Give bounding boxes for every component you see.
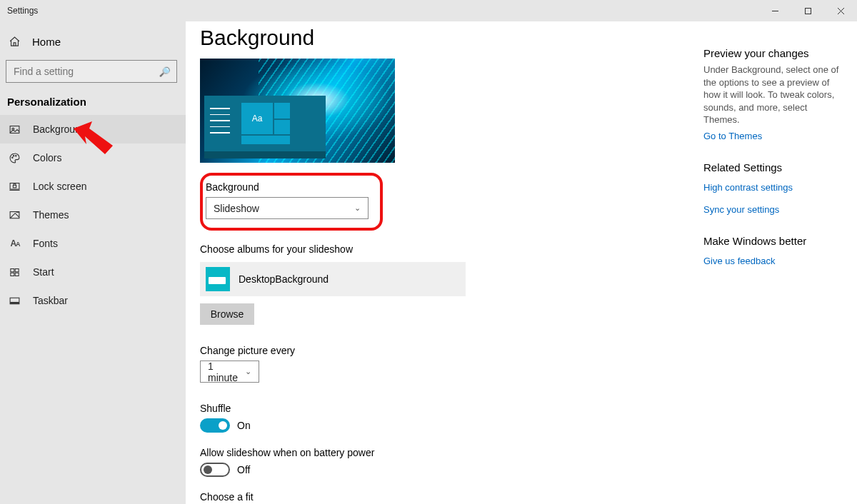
fonts-icon: AA	[9, 238, 21, 248]
search-field[interactable]	[12, 65, 159, 78]
sidebar-item-label: Start	[33, 266, 54, 278]
picture-icon	[9, 124, 21, 136]
themes-icon	[9, 209, 21, 221]
start-icon	[9, 266, 21, 278]
link-feedback[interactable]: Give us feedback	[703, 256, 775, 266]
sidebar-item-label: Taskbar	[33, 295, 68, 306]
svg-point-6	[12, 157, 13, 158]
sidebar-item-fonts[interactable]: AA Fonts	[0, 229, 186, 258]
album-thumbnail-icon	[206, 267, 230, 291]
background-dropdown-label: Background	[206, 181, 370, 193]
change-every-value: 1 minute	[208, 361, 245, 383]
palette-icon	[9, 152, 21, 164]
sidebar-section-title: Personalization	[0, 90, 186, 115]
close-icon	[837, 7, 845, 15]
shuffle-label: Shuffle	[200, 403, 703, 414]
titlebar: Settings	[0, 0, 857, 21]
link-high-contrast[interactable]: High contrast settings	[703, 182, 793, 193]
maximize-button[interactable]	[791, 0, 824, 21]
sidebar-item-taskbar[interactable]: Taskbar	[0, 286, 186, 315]
window-title: Settings	[0, 6, 38, 16]
sidebar: Home 🔍 Personalization Background C	[0, 21, 186, 504]
fit-label: Choose a fit	[200, 491, 703, 503]
sidebar-item-start[interactable]: Start	[0, 258, 186, 286]
svg-rect-14	[15, 268, 19, 271]
window-controls	[758, 0, 857, 21]
related-settings-title: Related Settings	[703, 161, 846, 173]
chevron-down-icon: ⌄	[245, 367, 251, 376]
svg-rect-16	[15, 273, 19, 276]
search-input[interactable]: 🔍	[6, 60, 177, 83]
album-name: DesktopBackground	[239, 273, 329, 285]
svg-rect-10	[13, 185, 16, 188]
link-sync-settings[interactable]: Sync your settings	[703, 204, 779, 215]
taskbar-icon	[9, 295, 21, 307]
sidebar-item-label: Fonts	[33, 238, 58, 249]
main-content: Background Aa Background Slideshow ⌄	[186, 21, 857, 504]
home-icon	[9, 36, 21, 48]
link-go-to-themes[interactable]: Go to Themes	[703, 131, 762, 141]
search-icon: 🔍	[159, 66, 171, 77]
battery-label: Allow slideshow when on battery power	[200, 447, 703, 458]
sidebar-item-label: Background	[33, 124, 86, 135]
sidebar-item-colors[interactable]: Colors	[0, 143, 186, 172]
chevron-down-icon: ⌄	[354, 203, 361, 213]
sidebar-item-label: Lock screen	[33, 181, 86, 192]
change-every-dropdown[interactable]: 1 minute ⌄	[200, 361, 259, 383]
svg-rect-15	[11, 273, 14, 276]
home-label: Home	[32, 36, 61, 48]
preview-help-title: Preview your changes	[703, 47, 846, 59]
sidebar-item-label: Themes	[33, 209, 69, 221]
albums-label: Choose albums for your slideshow	[200, 243, 703, 255]
sidebar-item-label: Colors	[33, 152, 61, 163]
sidebar-item-themes[interactable]: Themes	[0, 201, 186, 229]
shuffle-state: On	[237, 420, 251, 431]
svg-rect-18	[10, 301, 19, 303]
svg-rect-9	[10, 183, 19, 189]
background-dropdown-value: Slideshow	[214, 203, 259, 214]
annotation-highlight: Background Slideshow ⌄	[200, 173, 383, 231]
minimize-button[interactable]	[758, 0, 791, 21]
sidebar-item-background[interactable]: Background	[0, 115, 186, 143]
svg-rect-13	[11, 268, 14, 271]
preview-tile: Aa	[241, 103, 273, 134]
home-button[interactable]: Home	[0, 27, 186, 56]
album-item[interactable]: DesktopBackground	[200, 262, 466, 296]
svg-rect-4	[10, 126, 19, 133]
close-button[interactable]	[824, 0, 857, 21]
sidebar-item-lockscreen[interactable]: Lock screen	[0, 172, 186, 201]
preview-help-body: Under Background, select one of the opti…	[703, 64, 846, 126]
minimize-icon	[771, 7, 779, 15]
lockscreen-icon	[9, 181, 21, 193]
svg-point-7	[13, 155, 14, 156]
svg-rect-1	[805, 8, 811, 14]
battery-state: Off	[237, 464, 250, 475]
svg-point-8	[16, 155, 16, 156]
battery-toggle[interactable]	[200, 463, 230, 477]
background-dropdown[interactable]: Slideshow ⌄	[206, 197, 369, 219]
browse-button[interactable]: Browse	[200, 303, 254, 325]
maximize-icon	[804, 7, 812, 15]
page-title: Background	[200, 26, 703, 50]
shuffle-toggle[interactable]	[200, 418, 230, 433]
make-better-title: Make Windows better	[703, 235, 846, 247]
right-panel: Preview your changes Under Background, s…	[703, 21, 857, 504]
background-preview: Aa	[200, 59, 395, 163]
change-every-label: Change picture every	[200, 345, 703, 356]
